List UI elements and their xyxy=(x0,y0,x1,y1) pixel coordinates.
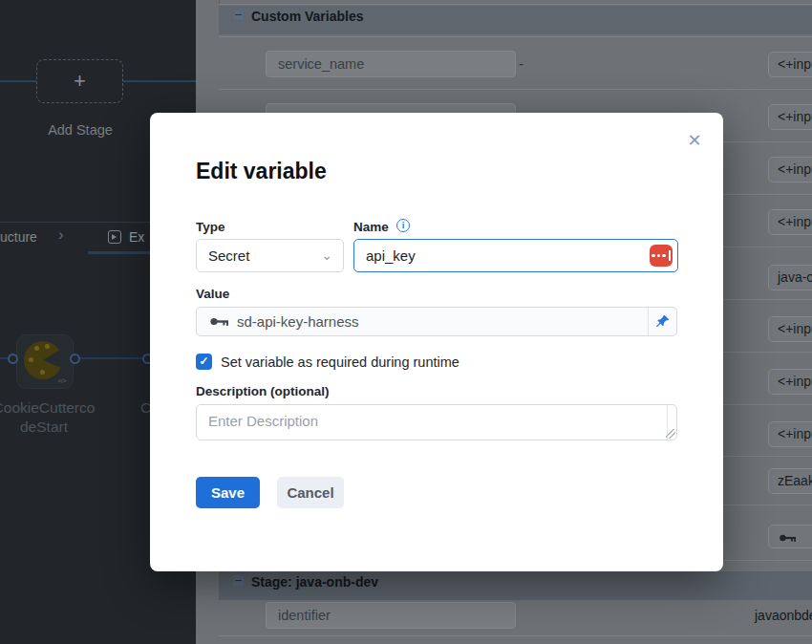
identifier-name-cell: identifier xyxy=(266,602,516,629)
bar xyxy=(669,250,671,261)
description-textarea[interactable] xyxy=(196,404,677,440)
connector-dot[interactable] xyxy=(70,354,80,364)
type-select-value: Secret xyxy=(208,247,249,264)
execution-tab-icon xyxy=(108,230,121,244)
variable-value-cell[interactable]: <+input xyxy=(768,369,812,395)
cancel-button[interactable]: Cancel xyxy=(277,477,344,508)
section-title: Custom Variables xyxy=(251,9,364,24)
step-node-card[interactable]: </> xyxy=(16,334,74,389)
variable-secret-value-cell[interactable] xyxy=(768,525,812,548)
row-divider xyxy=(219,4,812,5)
chevron-down-icon: ⌄ xyxy=(321,240,332,271)
pin-cell[interactable] xyxy=(648,308,676,335)
row-divider xyxy=(219,635,812,636)
collapse-minus-icon[interactable] xyxy=(232,9,245,21)
add-stage-label: Add Stage xyxy=(13,122,147,138)
secret-value-field[interactable]: sd-api-key-harness xyxy=(196,307,677,336)
variable-value-cell[interactable]: <+input xyxy=(768,316,812,342)
plus-icon: + xyxy=(74,69,86,94)
name-label: Name xyxy=(353,220,389,234)
add-stage-button[interactable]: + xyxy=(36,59,123,103)
variable-value-cell[interactable]: <+input xyxy=(768,157,812,182)
edit-variable-modal: ✕ Edit variable Type Secret ⌄ Name i Val… xyxy=(150,113,723,571)
cookie-chip xyxy=(34,346,39,351)
variable-value-cell[interactable]: zEaak xyxy=(768,468,812,494)
step-node-label-line1: CookieCutterco xyxy=(0,399,107,417)
connector-dot[interactable] xyxy=(8,354,18,364)
variable-name-cell: service_name xyxy=(266,51,516,77)
chevron-right-icon: › xyxy=(58,225,64,245)
cookie-chip xyxy=(29,357,33,362)
section-header-custom-variables: Custom Variables xyxy=(219,6,812,34)
app-root: + Add Stage ucture › Ex </> CookieCutter… xyxy=(0,0,812,644)
required-checkbox-label: Set variable as required during runtime xyxy=(221,354,459,370)
step-node-label-line2: deStart xyxy=(0,419,107,436)
identifier-value: javaonbde xyxy=(755,608,812,623)
cookie-chip xyxy=(40,370,45,375)
stage-section-title: Stage: java-onb-dev xyxy=(251,574,378,590)
variable-value-cell[interactable]: <+input xyxy=(768,104,812,130)
save-button[interactable]: Save xyxy=(196,477,260,508)
collapse-minus-icon[interactable] xyxy=(232,574,245,587)
code-step-glyph: </> xyxy=(57,377,66,384)
info-icon[interactable]: i xyxy=(396,219,410,232)
section-header-stage: Stage: java-onb-dev xyxy=(219,571,812,600)
tab-execution-partial[interactable]: Ex xyxy=(129,229,144,245)
multitype-selector-icon[interactable] xyxy=(650,245,673,267)
key-icon xyxy=(210,316,229,327)
name-field-wrap xyxy=(353,239,678,272)
description-label: Description (optional) xyxy=(196,384,330,398)
variable-value-cell[interactable]: <+input xyxy=(768,209,812,235)
key-icon xyxy=(780,533,797,543)
close-icon[interactable]: ✕ xyxy=(685,131,704,150)
required-checkbox[interactable]: ✓ xyxy=(196,354,212,370)
variable-value-cell[interactable]: <+input xyxy=(768,421,812,447)
row-divider xyxy=(219,89,812,90)
description-field-wrap xyxy=(196,404,677,440)
dot xyxy=(662,254,666,258)
secret-value-text: sd-api-key-harness xyxy=(237,313,648,330)
cookiecutter-step-icon xyxy=(24,341,62,379)
variable-value-cell[interactable]: java-o xyxy=(768,265,812,290)
tab-infrastructure-partial[interactable]: ucture xyxy=(0,229,37,245)
cookie-chip xyxy=(45,344,50,349)
type-label: Type xyxy=(196,220,225,234)
name-input[interactable] xyxy=(353,239,678,272)
dot xyxy=(657,254,661,258)
modal-title: Edit variable xyxy=(196,159,327,184)
value-label: Value xyxy=(196,287,229,301)
dot xyxy=(652,254,655,258)
pushpin-icon xyxy=(655,314,670,329)
variable-dash-cell: - xyxy=(519,55,524,72)
row-divider xyxy=(219,36,812,37)
type-select[interactable]: Secret ⌄ xyxy=(196,239,344,272)
variable-value-cell[interactable]: <+input xyxy=(768,52,812,77)
